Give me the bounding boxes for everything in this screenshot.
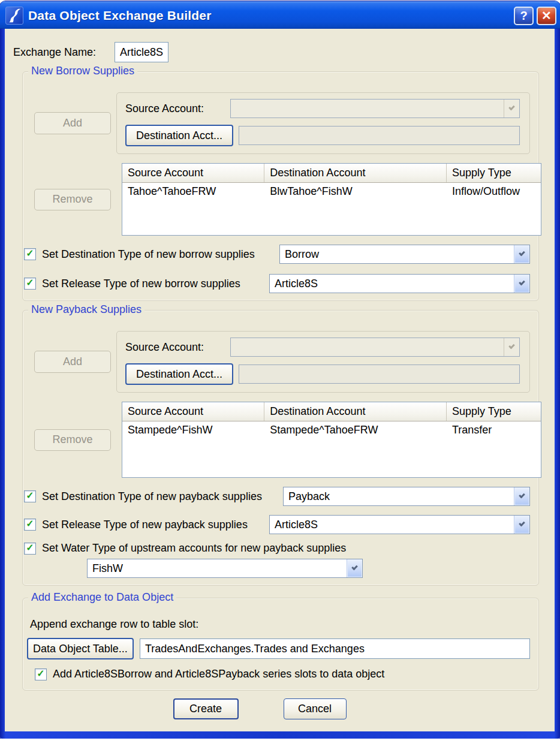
borrow-release-type-combo[interactable]: Article8S <box>269 274 530 293</box>
borrow-destination-acct-button[interactable]: Destination Acct... <box>125 125 233 146</box>
borrow-supplies-group: New Borrow Supplies Add Source Account: … <box>22 71 539 301</box>
borrow-new-supply-panel: Source Account: Destination Acct... <box>116 92 530 154</box>
payback-add-button: Add <box>34 351 111 373</box>
dropdown-arrow-icon <box>514 487 529 505</box>
dropdown-arrow-icon <box>514 275 529 293</box>
payback-set-water-type-checkbox[interactable]: ✓ <box>24 543 36 555</box>
checkmark-icon: ✓ <box>26 249 34 258</box>
payback-water-type-combo[interactable]: FishW <box>87 559 363 578</box>
borrow-source-account-combo <box>230 99 520 118</box>
add-exchange-group: Add Exchange to Data Object Append excha… <box>22 598 539 691</box>
table-row[interactable]: Stampede^FishW Stampede^TahoeFRW Transfe… <box>122 421 541 436</box>
payback-supplies-table: Source Account Destination Account Suppl… <box>122 402 541 478</box>
borrow-remove-button: Remove <box>34 189 111 210</box>
table-slot-field[interactable]: TradesAndExchanges.Trades and Exchanges <box>140 638 530 659</box>
payback-source-account-combo <box>230 338 520 357</box>
borrow-add-button: Add <box>34 112 111 134</box>
checkmark-icon: ✓ <box>37 669 44 679</box>
append-row-label: Append exchange row to table slot: <box>30 618 530 631</box>
borrow-set-release-type-label: Set Release Type of new borrow supplies <box>42 278 240 290</box>
close-button[interactable]: ✕ <box>537 7 556 25</box>
exchange-name-label: Exchange Name: <box>13 46 115 59</box>
create-button[interactable]: Create <box>173 698 239 719</box>
data-object-table-button[interactable]: Data Object Table... <box>27 638 134 659</box>
dropdown-arrow-icon <box>514 245 529 263</box>
titlebar[interactable]: Data Object Exchange Builder ? ✕ <box>0 1 560 29</box>
payback-destination-type-combo[interactable]: Payback <box>283 487 530 506</box>
payback-set-release-type-label: Set Release Type of new payback supplies <box>42 519 248 531</box>
close-icon: ✕ <box>541 8 552 23</box>
checkmark-icon: ✓ <box>26 491 34 501</box>
window-title: Data Object Exchange Builder <box>28 8 212 23</box>
column-header[interactable]: Supply Type <box>447 164 541 182</box>
payback-set-release-type-checkbox[interactable]: ✓ <box>24 519 36 531</box>
borrow-set-destination-type-label: Set Destination Type of new borrow suppl… <box>42 248 255 261</box>
help-button[interactable]: ? <box>514 7 534 25</box>
payback-set-destination-type-checkbox[interactable]: ✓ <box>24 490 36 502</box>
borrow-group-title: New Borrow Supplies <box>28 65 137 77</box>
dropdown-arrow-icon <box>514 516 529 534</box>
table-row[interactable]: Tahoe^TahoeFRW BlwTahoe^FishW Inflow/Out… <box>122 183 541 198</box>
payback-release-type-combo[interactable]: Article8S <box>269 515 530 534</box>
borrow-set-destination-type-checkbox[interactable]: ✓ <box>24 248 36 260</box>
borrow-source-account-label: Source Account: <box>125 103 230 115</box>
dropdown-arrow-icon <box>504 338 519 356</box>
column-header[interactable]: Destination Account <box>264 402 447 421</box>
payback-set-destination-type-label: Set Destination Type of new payback supp… <box>42 490 262 503</box>
borrow-destination-acct-field <box>239 126 520 145</box>
riverware-logo-icon <box>5 7 23 25</box>
cancel-button[interactable]: Cancel <box>284 698 347 719</box>
payback-group-title: New Payback Supplies <box>28 303 144 316</box>
dialog-body: Exchange Name: Article8S New Borrow Supp… <box>5 29 555 731</box>
payback-new-supply-panel: Source Account: Destination Acct... <box>116 331 530 393</box>
dropdown-arrow-icon <box>504 100 519 118</box>
payback-supplies-group: New Payback Supplies Add Source Account:… <box>22 310 539 586</box>
payback-remove-button: Remove <box>34 429 111 451</box>
checkmark-icon: ✓ <box>26 278 34 288</box>
borrow-supplies-table: Source Account Destination Account Suppl… <box>122 163 541 236</box>
column-header[interactable]: Destination Account <box>264 164 447 182</box>
dropdown-arrow-icon <box>347 559 362 577</box>
column-header[interactable]: Source Account <box>122 164 264 182</box>
borrow-destination-type-combo[interactable]: Borrow <box>279 245 530 264</box>
checkmark-icon: ✓ <box>26 543 34 553</box>
add-series-slots-checkbox[interactable]: ✓ <box>35 668 47 680</box>
payback-set-water-type-label: Set Water Type of upstream accounts for … <box>42 542 346 555</box>
payback-destination-acct-field <box>239 365 520 384</box>
dialog-window: Data Object Exchange Builder ? ✕ Exchang… <box>0 1 560 739</box>
column-header[interactable]: Supply Type <box>447 402 541 421</box>
borrow-set-release-type-checkbox[interactable]: ✓ <box>24 278 36 290</box>
help-icon: ? <box>520 9 527 23</box>
payback-source-account-label: Source Account: <box>125 341 230 354</box>
column-header[interactable]: Source Account <box>122 402 264 421</box>
add-exchange-group-title: Add Exchange to Data Object <box>28 591 176 604</box>
payback-destination-acct-button[interactable]: Destination Acct... <box>125 363 233 385</box>
checkmark-icon: ✓ <box>26 519 34 529</box>
add-series-slots-label: Add Article8SBorrow and Article8SPayback… <box>53 668 384 680</box>
exchange-name-input[interactable]: Article8S <box>115 42 168 62</box>
